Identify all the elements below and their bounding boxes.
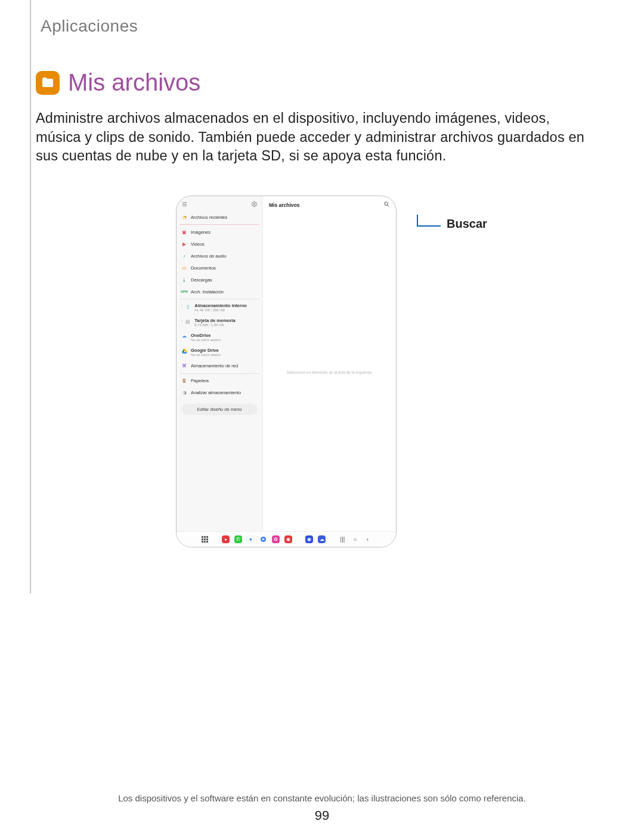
video-icon: ▶	[181, 241, 187, 247]
sidebar-item-onedrive[interactable]: ☁ OneDrive No se inició sesión	[177, 330, 262, 345]
sidebar-item-label: Archivos recientes	[191, 215, 227, 220]
network-icon: ⌘	[181, 363, 187, 369]
googledrive-icon	[181, 348, 187, 354]
divider	[180, 224, 259, 225]
taskbar-gallery-icon[interactable]: ✿	[272, 535, 280, 543]
callout-connector	[417, 215, 418, 225]
sidebar-item-sdcard[interactable]: › ▤ Tarjeta de memoria 8.70 MB / 1.00 GB	[177, 315, 262, 330]
sidebar-item-apk[interactable]: APK Arch. instalación	[177, 286, 262, 298]
sidebar-item-downloads[interactable]: ⭳ Descargas	[177, 274, 262, 286]
sidebar-item-label: Almacenamiento interno	[194, 304, 247, 308]
taskbar-chrome-icon[interactable]	[259, 535, 267, 543]
sidebar-item-label: Papelera	[191, 378, 209, 383]
taskbar-app-icon[interactable]: ▸	[222, 535, 230, 543]
document-icon: ▭	[181, 265, 187, 271]
main-header: Mis archivos	[263, 196, 396, 213]
sidebar-item-label: Documentos	[191, 265, 216, 271]
sidebar-item-trash[interactable]: 🗑 Papelera	[177, 375, 262, 387]
tablet-taskbar: ▸ ✆ ● ✿ ◉ ◉ ☁ ||| ○ ‹	[177, 531, 396, 547]
divider	[180, 299, 259, 299]
sidebar-item-label: Descargas	[191, 277, 212, 283]
sidebar-item-sublabel: 8.70 MB / 1.00 GB	[194, 323, 235, 327]
device-illustration: Buscar ◔ Archivos recientes ▣	[176, 196, 462, 547]
sidebar-item-internal-storage[interactable]: › ▯ Almacenamiento interno 41.46 GB / 25…	[177, 301, 262, 315]
page-title: Mis archivos	[68, 69, 200, 96]
apk-icon: APK	[181, 289, 187, 295]
callout-connector	[417, 225, 441, 227]
sidebar-item-gdrive[interactable]: Google Drive No se inició sesión	[177, 345, 262, 360]
sidebar-item-recent[interactable]: ◔ Archivos recientes	[177, 211, 262, 223]
app-content: ◔ Archivos recientes ▣ Imágenes ▶ Videos…	[177, 196, 396, 531]
clock-icon: ◔	[181, 214, 187, 220]
svg-point-3	[253, 203, 255, 205]
analyze-icon: ◑	[181, 390, 187, 396]
taskbar-recent-app-icon[interactable]: ◉	[305, 535, 313, 543]
breadcrumb: Aplicaciones	[41, 17, 608, 36]
description-text: Administre archivos almacenados en el di…	[36, 109, 596, 166]
sidebar-item-videos[interactable]: ▶ Videos	[177, 238, 262, 250]
svg-line-5	[388, 205, 389, 206]
sidebar-item-sublabel: No se inició sesión	[191, 338, 221, 342]
sidebar-item-label: Arch. instalación	[191, 289, 224, 295]
callout-label-search: Buscar	[447, 217, 487, 231]
sidebar-topbar	[177, 196, 262, 211]
sidebar-item-label: Almacenamiento de red	[191, 363, 238, 368]
taskbar-recent-app-icon[interactable]: ☁	[318, 535, 326, 543]
sidebar-item-label: Tarjeta de memoria	[194, 318, 235, 323]
tablet-frame: ◔ Archivos recientes ▣ Imágenes ▶ Videos…	[176, 196, 397, 547]
sidebar-item-audio[interactable]: ♪ Archivos de audio	[177, 250, 262, 262]
sidebar-item-images[interactable]: ▣ Imágenes	[177, 226, 262, 238]
sidebar-item-sublabel: No se inició sesión	[191, 353, 221, 357]
main-title: Mis archivos	[269, 202, 300, 208]
nav-recents-icon[interactable]: |||	[339, 535, 346, 543]
menu-icon[interactable]	[181, 201, 188, 209]
empty-state-hint: Seleccione un elemento de la lista de la…	[263, 213, 396, 531]
taskbar-phone-icon[interactable]: ✆	[234, 535, 242, 543]
chevron-right-icon: ›	[181, 318, 182, 323]
page: Aplicaciones Mis archivos Administre arc…	[0, 0, 644, 833]
nav-home-icon[interactable]: ○	[351, 535, 359, 543]
phone-icon: ▯	[185, 304, 191, 309]
sidebar-item-sublabel: 41.46 GB / 256 GB	[194, 308, 247, 312]
taskbar-messages-icon[interactable]: ●	[247, 535, 255, 543]
sidebar-item-label: Archivos de audio	[191, 253, 227, 259]
trash-icon: 🗑	[181, 378, 187, 384]
folder-icon	[36, 71, 60, 95]
download-icon: ⭳	[181, 277, 187, 283]
taskbar-camera-icon[interactable]: ◉	[284, 535, 292, 543]
section-title: Mis archivos	[36, 69, 608, 96]
chevron-right-icon: ›	[181, 304, 182, 308]
nav-back-icon[interactable]: ‹	[364, 535, 371, 543]
sidebar-item-analyze[interactable]: ◑ Analizar almacenamiento	[177, 387, 262, 399]
divider	[180, 373, 259, 374]
footer-note: Los dispositivos y el software están en …	[0, 793, 644, 803]
sdcard-icon: ▤	[185, 318, 191, 324]
onedrive-icon: ☁	[181, 333, 187, 339]
sidebar-item-label: Imágenes	[191, 230, 210, 235]
audio-icon: ♪	[181, 253, 187, 259]
image-icon: ▣	[181, 229, 187, 235]
svg-point-7	[262, 538, 265, 541]
edit-layout-button[interactable]: Editar diseño de menú	[181, 404, 258, 415]
files-sidebar: ◔ Archivos recientes ▣ Imágenes ▶ Videos…	[177, 196, 263, 531]
apps-grid-icon[interactable]	[201, 535, 209, 543]
search-icon[interactable]	[383, 201, 390, 209]
sidebar-item-label: Google Drive	[191, 348, 221, 353]
settings-gear-icon[interactable]	[251, 201, 258, 209]
sidebar-item-documents[interactable]: ▭ Documentos	[177, 262, 262, 274]
sidebar-item-network[interactable]: ⌘ Almacenamiento de red	[177, 360, 262, 372]
page-number: 99	[0, 808, 644, 823]
sidebar-item-label: Analizar almacenamiento	[191, 390, 241, 395]
sidebar-item-label: Videos	[191, 241, 205, 247]
vertical-rule	[30, 0, 31, 593]
files-main-pane: Mis archivos Seleccione un elemento de l…	[263, 196, 396, 531]
sidebar-item-label: OneDrive	[191, 333, 221, 338]
svg-point-4	[385, 202, 388, 206]
